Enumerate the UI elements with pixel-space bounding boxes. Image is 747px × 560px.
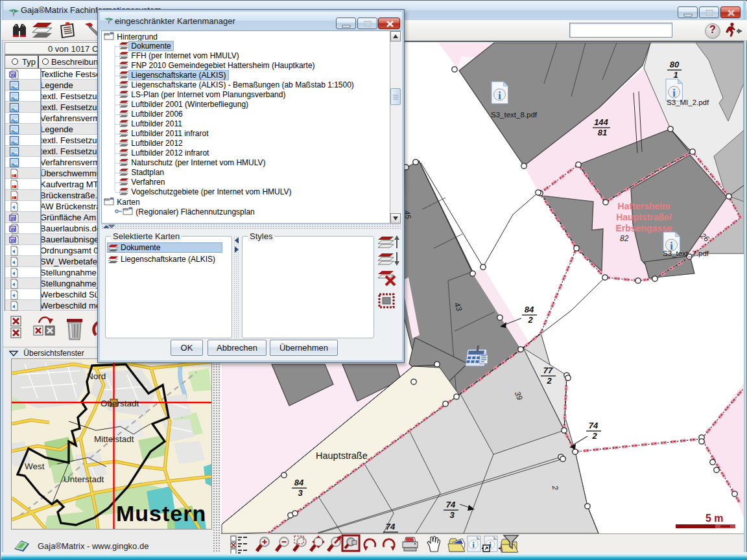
svg-text:Hauptstraße: Hauptstraße bbox=[316, 450, 368, 461]
svg-text:2: 2 bbox=[591, 431, 597, 441]
svg-text:3: 3 bbox=[449, 510, 455, 520]
svg-text:i: i bbox=[498, 90, 501, 101]
svg-text:84: 84 bbox=[525, 305, 534, 314]
svg-text:84: 84 bbox=[294, 478, 304, 487]
svg-text:Nord: Nord bbox=[87, 371, 106, 381]
svg-text:2: 2 bbox=[527, 315, 533, 325]
svg-text:80: 80 bbox=[670, 60, 680, 69]
svg-text:Mustern: Mustern bbox=[116, 501, 206, 526]
svg-text:82: 82 bbox=[620, 234, 629, 243]
svg-text:a: a bbox=[12, 195, 14, 200]
svg-text:S3_text_8.pdf: S3_text_8.pdf bbox=[491, 111, 538, 119]
svg-text:1: 1 bbox=[673, 70, 678, 80]
svg-text:74: 74 bbox=[446, 500, 456, 509]
svg-text:W: W bbox=[10, 215, 16, 221]
svg-text:Hattersheim: Hattersheim bbox=[618, 201, 670, 211]
svg-text:2: 2 bbox=[546, 376, 552, 386]
svg-text:74: 74 bbox=[386, 522, 396, 531]
svg-text:Unterstadt: Unterstadt bbox=[64, 474, 104, 484]
svg-text:3: 3 bbox=[298, 488, 303, 498]
svg-text:77: 77 bbox=[543, 366, 553, 375]
svg-text:74: 74 bbox=[589, 421, 599, 430]
svg-text:144: 144 bbox=[594, 117, 608, 127]
svg-text:a: a bbox=[12, 184, 14, 189]
svg-text:S3_MI_2.pdf: S3_MI_2.pdf bbox=[667, 99, 709, 106]
svg-text:West: West bbox=[25, 461, 45, 471]
svg-text:81: 81 bbox=[598, 128, 607, 137]
svg-text:W: W bbox=[10, 72, 16, 78]
svg-text:W: W bbox=[10, 237, 16, 243]
svg-text:5 m: 5 m bbox=[706, 513, 724, 524]
svg-text:Oberstadt: Oberstadt bbox=[101, 399, 139, 408]
svg-text:i: i bbox=[472, 540, 475, 550]
svg-text:Mittelstadt: Mittelstadt bbox=[94, 434, 134, 444]
svg-text:W: W bbox=[10, 226, 16, 232]
svg-text:Hauptstraße/: Hauptstraße/ bbox=[616, 212, 672, 222]
svg-text:i: i bbox=[672, 88, 676, 99]
svg-text:S3_text_7.pdf: S3_text_7.pdf bbox=[663, 250, 709, 257]
svg-text:a: a bbox=[12, 173, 14, 178]
